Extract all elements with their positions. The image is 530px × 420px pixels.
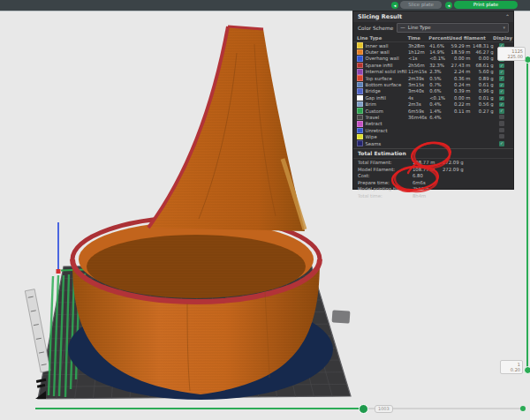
line-type-color-chip [357, 140, 363, 146]
line-type-row: Internal solid infill 11m15s 2.3% 2.24 m… [353, 69, 513, 75]
line-type-percent: 0.5% [429, 76, 449, 81]
display-checkbox[interactable]: ✓ [499, 83, 504, 88]
line-type-name: Travel [366, 115, 380, 120]
display-checkbox[interactable]: ✓ [499, 102, 504, 108]
line-type-time: 2m3s [408, 101, 429, 107]
total-value-1: 6.80 [413, 173, 443, 178]
line-type-percent: 0.4% [429, 101, 449, 107]
line-type-percent: 2.3% [429, 69, 449, 74]
line-type-color-chip [357, 82, 363, 88]
line-type-weight: 148.31 g [471, 43, 494, 49]
line-type-row: Top surface 2m39s 0.5% 0.36 m 0.89 g ✓ [353, 75, 513, 81]
line-type-weight: 0.89 g [471, 76, 494, 81]
line-type-percent: 0.6% [429, 88, 449, 94]
line-type-color-chip [357, 63, 363, 69]
panel-title-bar: Slicing Result ⌃ [353, 11, 513, 22]
display-checkbox[interactable]: ✓ [499, 64, 504, 69]
origin-marker [57, 269, 61, 274]
line-type-name: Inner wall [366, 43, 389, 49]
line-type-weight: 5.60 g [471, 69, 494, 74]
line-type-time: 1h12m [408, 49, 429, 55]
layer-slider-bottom-handle[interactable] [524, 366, 530, 374]
line-type-color-chip [357, 69, 363, 75]
line-type-color-chip [357, 75, 363, 81]
line-type-name: Gap infill [366, 95, 387, 101]
total-label: Cost: [358, 173, 413, 178]
line-type-row: Travel 36m46s 6.4% [353, 114, 513, 120]
line-type-color-chip [357, 42, 363, 49]
display-checkbox[interactable]: ✓ [499, 70, 504, 75]
line-type-row: Inner wall 3h28m 41.6% 59.29 m 148.31 g … [353, 42, 513, 49]
display-checkbox[interactable] [499, 121, 504, 126]
line-type-color-chip [357, 49, 363, 56]
line-type-color-chip [357, 95, 363, 101]
line-type-length: 0.24 m [449, 82, 470, 87]
display-checkbox[interactable]: ✓ [499, 89, 504, 94]
print-plate-dropdown-arrow-icon[interactable]: ◂ [445, 2, 452, 9]
col-percent: Percent [428, 35, 449, 41]
line-type-time: 36m46s [408, 115, 429, 120]
line-type-weight: 0.27 g [471, 109, 494, 114]
total-row: Cost: 6.80 [353, 172, 513, 179]
slice-plate-button[interactable]: Slice plate [400, 1, 442, 9]
line-type-name: Sparse infill [366, 63, 393, 68]
line-type-row: Bridge 3m40s 0.6% 0.39 m 0.96 g ✓ [353, 88, 513, 94]
color-scheme-select[interactable]: — Line Type ▾ [397, 23, 509, 33]
line-type-time: 3h28m [408, 43, 429, 49]
total-row: Model printing time: 7h58m [353, 185, 513, 192]
print-plate-button[interactable]: Print plate [454, 1, 518, 9]
color-scheme-row: Color Scheme — Line Type ▾ [353, 22, 513, 34]
line-type-name: Outer wall [366, 49, 390, 55]
total-estimation-table: Total Filament: 108.77 m 272.09 g Model … [353, 159, 513, 199]
display-checkbox[interactable] [499, 134, 504, 139]
line-type-name: Seams [366, 141, 382, 146]
line-type-time: 3m15s [408, 82, 429, 87]
slice-plate-dropdown-arrow-icon[interactable]: ◂ [391, 2, 398, 9]
sliced-model[interactable] [68, 26, 333, 400]
line-type-color-chip [357, 108, 363, 114]
col-display: Display [493, 35, 510, 41]
line-type-name: Internal solid infill [366, 69, 407, 74]
line-type-length: 0.22 m [449, 101, 470, 107]
line-type-weight: 68.61 g [471, 63, 494, 68]
display-checkbox[interactable] [499, 115, 504, 120]
line-type-percent: 6.4% [429, 115, 449, 120]
line-type-row: Brim 2m3s 0.4% 0.22 m 0.56 g ✓ [353, 101, 513, 108]
total-value-1: 108.77 m [413, 160, 443, 165]
line-type-color-chip [357, 134, 363, 140]
display-checkbox[interactable]: ✓ [499, 109, 504, 114]
color-scheme-value: Line Type [408, 24, 431, 32]
layer-slider-track[interactable] [526, 58, 528, 372]
line-type-percent: 0.7% [429, 82, 449, 87]
line-type-name: Overhang wall [366, 56, 399, 61]
line-type-length: 0.11 m [449, 109, 470, 114]
move-slider-value: 1003 [375, 405, 393, 413]
move-slider-fill [35, 408, 362, 409]
line-type-weight: 0.00 g [471, 56, 494, 61]
line-type-color-chip [357, 88, 363, 94]
line-type-color-icon: — [400, 24, 405, 32]
line-type-percent: 41.6% [429, 43, 449, 49]
line-type-color-chip [357, 121, 363, 127]
line-type-length: 0.00 m [449, 56, 470, 61]
display-checkbox[interactable]: ✓ [499, 141, 504, 146]
line-type-name: Unretract [366, 128, 388, 133]
move-slider-handle[interactable] [359, 404, 368, 414]
display-checkbox[interactable] [499, 128, 504, 133]
layer-height-top: 225.00 [500, 54, 523, 59]
line-type-time: 6m59s [408, 109, 429, 114]
line-type-color-chip [357, 115, 363, 121]
chevron-up-icon[interactable]: ⌃ [505, 11, 510, 22]
line-type-color-chip [357, 56, 363, 62]
slicing-result-panel: Slicing Result ⌃ Color Scheme — Line Typ… [352, 11, 514, 190]
display-checkbox[interactable]: ✓ [499, 76, 504, 81]
panel-title: Slicing Result [358, 13, 402, 20]
line-type-time: 3m40s [408, 88, 429, 94]
line-type-name: Wipe [366, 134, 377, 139]
line-type-row: Overhang wall <1s <0.1% 0.00 m 0.00 g ✓ [353, 56, 513, 62]
display-checkbox[interactable]: ✓ [499, 96, 504, 101]
line-type-name: Custom [366, 109, 383, 114]
line-type-table-header: Line Type Time Percent Used filament Dis… [353, 34, 513, 42]
col-time: Time [407, 35, 428, 41]
total-label: Prepare time: [358, 180, 413, 185]
